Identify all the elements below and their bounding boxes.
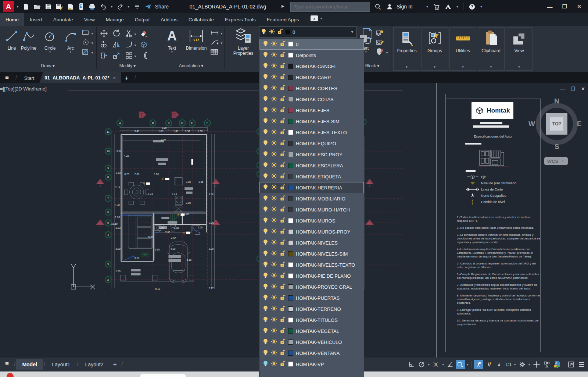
- annotation-scale-icon[interactable]: [494, 360, 503, 369]
- layer-unlock-icon[interactable]: [280, 162, 286, 170]
- modify-tool-offset[interactable]: [140, 51, 152, 62]
- new-drawing-tab-button[interactable]: +: [121, 74, 132, 83]
- draw-panel-label[interactable]: Draw ▾: [26, 63, 70, 68]
- layer-color-swatch[interactable]: [288, 185, 293, 190]
- layer-on-icon[interactable]: [263, 272, 268, 280]
- layer-on-icon[interactable]: [263, 140, 268, 147]
- layer-on-icon[interactable]: [263, 107, 268, 114]
- viewcube-west[interactable]: W: [528, 120, 535, 128]
- cart-icon[interactable]: [432, 2, 441, 11]
- vp-restore-icon[interactable]: ❐: [571, 86, 575, 92]
- viewcube-east[interactable]: E: [577, 120, 582, 128]
- layer-name[interactable]: HOMTAK-PUERTAS: [296, 295, 340, 301]
- layer-unlock-icon[interactable]: [280, 283, 286, 291]
- taskbar-search-pill[interactable]: [140, 374, 186, 377]
- undo-icon[interactable]: [98, 2, 108, 11]
- layer-color-swatch[interactable]: [288, 306, 293, 312]
- modify-tool-erase[interactable]: [140, 29, 152, 40]
- layer-unlock-icon[interactable]: [280, 305, 286, 313]
- layer-unlock-icon[interactable]: [280, 239, 286, 247]
- block-tool-block-star[interactable]: [376, 29, 388, 38]
- layer-unlock-icon[interactable]: [280, 195, 286, 203]
- redo-icon[interactable]: [115, 2, 125, 11]
- layer-thaw-icon[interactable]: [271, 239, 277, 247]
- modify-tool-array[interactable]: ▼: [125, 51, 140, 62]
- layer-thaw-icon[interactable]: [271, 129, 277, 136]
- layer-on-icon[interactable]: [263, 327, 268, 335]
- draw-button-line[interactable]: Line: [2, 28, 21, 51]
- layer-thaw-icon[interactable]: [271, 162, 277, 170]
- title-expand-icon[interactable]: ▶: [282, 4, 284, 8]
- layer-combo-caret-icon[interactable]: ▼: [351, 30, 355, 34]
- modify-tool-rotate[interactable]: [112, 29, 125, 40]
- layer-unlock-icon[interactable]: [280, 327, 286, 335]
- modify-panel-label[interactable]: Modify ▾: [105, 63, 150, 68]
- layer-name[interactable]: HOMTAK-COTAS: [296, 97, 334, 102]
- layer-color-swatch[interactable]: [288, 218, 293, 223]
- layer-thaw-icon[interactable]: [271, 140, 277, 147]
- layer-on-icon[interactable]: [263, 40, 268, 48]
- layer-row[interactable]: HOMTAK-NIVELES-SIM: [259, 248, 364, 259]
- layer-thaw-icon[interactable]: [271, 349, 277, 357]
- tab-close-icon[interactable]: ×: [113, 75, 116, 81]
- layer-name[interactable]: HOMTAK-PIE DE PLANO: [296, 273, 351, 279]
- help-search[interactable]: [290, 2, 370, 12]
- fullscreen-icon[interactable]: [566, 360, 576, 369]
- ribbon-tab-collaborate[interactable]: Collaborate: [183, 13, 219, 26]
- crosshair-icon[interactable]: [532, 360, 541, 369]
- layer-color-swatch[interactable]: [288, 328, 293, 334]
- layer-on-icon[interactable]: [263, 51, 268, 59]
- layer-color-swatch[interactable]: [288, 196, 293, 201]
- layer-name[interactable]: HOMTAK-MUROS-PROY: [296, 229, 351, 235]
- layer-thaw-icon[interactable]: [271, 74, 277, 81]
- layer-color-swatch[interactable]: [288, 163, 293, 168]
- angle-snap-icon[interactable]: [446, 360, 455, 369]
- scale-caret-icon[interactable]: ▼: [513, 363, 516, 366]
- vp-close-icon[interactable]: ✕: [581, 86, 585, 92]
- layer-on-icon[interactable]: [263, 184, 268, 192]
- layer-thaw-icon[interactable]: [271, 63, 277, 70]
- layer-unlock-icon[interactable]: [280, 184, 286, 192]
- layer-unlock-icon[interactable]: [280, 151, 286, 159]
- layer-on-icon[interactable]: [263, 195, 268, 203]
- help-icon[interactable]: ?: [467, 2, 477, 11]
- modify-tool-stretch[interactable]: [100, 51, 112, 62]
- layer-thaw-icon[interactable]: [271, 151, 277, 159]
- layer-name[interactable]: HOMTAK-MURO-HATCH: [296, 207, 350, 213]
- layout-tab-layout2[interactable]: Layout2: [79, 359, 110, 370]
- autodesk-logo-icon[interactable]: [444, 2, 453, 11]
- layer-on-icon[interactable]: [263, 118, 268, 125]
- annotation-panel-label[interactable]: Annotation ▾: [169, 63, 213, 68]
- vp-minimize-icon[interactable]: —: [560, 86, 565, 92]
- layer-on-icon[interactable]: [263, 250, 268, 258]
- minimize-button[interactable]: —: [542, 0, 557, 13]
- open-folder-icon[interactable]: [32, 2, 42, 11]
- layer-row[interactable]: HOMTAK-CARP: [259, 72, 364, 83]
- layer-unlock-icon[interactable]: [280, 338, 286, 346]
- layer-on-icon[interactable]: [263, 261, 268, 269]
- layer-unlock-icon[interactable]: [280, 206, 286, 214]
- layout-tab-model[interactable]: Model: [16, 359, 43, 370]
- layer-thaw-icon[interactable]: [271, 228, 277, 236]
- panel-clipboard[interactable]: Clipboard▼: [478, 27, 505, 71]
- dynamic-input-icon-caret-icon[interactable]: ▼: [466, 363, 469, 366]
- layer-unlock-icon[interactable]: [280, 228, 286, 236]
- layer-color-swatch[interactable]: [288, 97, 293, 102]
- layer-thaw-icon[interactable]: [269, 28, 275, 36]
- layer-color-swatch[interactable]: [288, 362, 293, 367]
- layer-color-swatch[interactable]: [288, 262, 293, 267]
- ribbon-collapse-icon[interactable]: ▲: [311, 15, 318, 21]
- layer-name[interactable]: HOMTAK-ETIQUETA: [296, 174, 341, 179]
- layer-unlock-icon[interactable]: [280, 74, 286, 81]
- ortho-icon[interactable]: [407, 360, 416, 369]
- layer-unlock-icon[interactable]: [280, 118, 286, 125]
- layer-on-icon[interactable]: [263, 85, 268, 92]
- layer-on-icon[interactable]: [263, 349, 268, 357]
- layer-thaw-icon[interactable]: [271, 261, 277, 269]
- sign-in-button[interactable]: Sign In: [397, 4, 413, 10]
- layer-thaw-icon[interactable]: [271, 250, 277, 258]
- layer-row[interactable]: HOMTAK-HERRERIA: [259, 182, 364, 193]
- block-tool-shield-pencil[interactable]: ▼: [376, 48, 388, 57]
- annotation-tool-leader[interactable]: ▼: [210, 38, 223, 48]
- share-icon[interactable]: [143, 2, 153, 11]
